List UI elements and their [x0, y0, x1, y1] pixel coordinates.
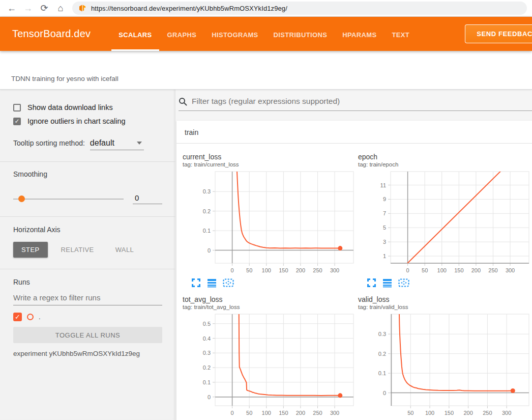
chart-tag: tag: train/valid_loss [358, 304, 532, 311]
expand-chart-icon[interactable] [191, 278, 201, 288]
smoothing-value-input[interactable] [133, 193, 162, 204]
svg-text:150: 150 [279, 410, 288, 416]
svg-text:100: 100 [425, 410, 434, 416]
ignore-outliers-checkbox[interactable]: ✓ [13, 118, 21, 125]
svg-text:0.5: 0.5 [203, 321, 211, 327]
axis-step-button[interactable]: STEP [13, 242, 48, 258]
svg-text:3: 3 [383, 239, 386, 245]
filter-tags-field[interactable] [179, 97, 532, 111]
tooltip-sorting-select[interactable]: default [90, 138, 144, 150]
svg-text:0.3: 0.3 [203, 350, 211, 356]
run-name: . [39, 313, 41, 321]
svg-text:50: 50 [246, 410, 252, 416]
tab-scalars[interactable]: SCALARS [111, 17, 159, 51]
chart-card-epoch: epoch tag: train/epoch 05010015020025030… [358, 153, 532, 288]
svg-text:250: 250 [488, 267, 497, 273]
svg-text:1: 1 [383, 253, 386, 259]
ignore-outliers-row[interactable]: ✓ Ignore outliers in chart scaling [13, 117, 162, 125]
run-checkbox[interactable]: ✓ [13, 313, 22, 321]
svg-text:0: 0 [208, 247, 211, 254]
browser-back-icon[interactable]: ← [5, 2, 18, 15]
chart-title: current_loss [183, 153, 358, 161]
browser-toolbar: ← → ⟳ ⌂ https://tensorboard.dev/experime… [0, 0, 532, 17]
smoothing-slider[interactable] [13, 199, 124, 200]
log-scale-icon[interactable] [207, 278, 217, 288]
svg-text:200: 200 [471, 267, 481, 273]
tab-histograms[interactable]: HISTOGRAMS [204, 17, 265, 51]
svg-text:300: 300 [506, 267, 515, 273]
train-section-card: train current_loss tag: train/current_lo… [176, 121, 532, 420]
svg-text:0.1: 0.1 [203, 379, 211, 385]
browser-reload-icon[interactable]: ⟳ [38, 2, 51, 15]
tensorboard-favicon [78, 4, 86, 12]
run-color-swatch [27, 314, 34, 320]
svg-text:0.2: 0.2 [203, 208, 211, 214]
smoothing-slider-thumb[interactable] [18, 195, 25, 202]
runs-label: Runs [13, 278, 162, 286]
svg-text:0.1: 0.1 [378, 370, 386, 376]
tooltip-sorting-value: default [90, 138, 114, 148]
horizontal-axis-label: Horizontal Axis [13, 226, 162, 234]
svg-text:0.2: 0.2 [378, 351, 386, 357]
browser-forward-icon[interactable]: → [21, 2, 35, 15]
fit-domain-icon[interactable] [398, 278, 409, 288]
svg-text:200: 200 [463, 410, 472, 416]
svg-text:300: 300 [330, 267, 339, 273]
runs-regex-input[interactable] [13, 293, 162, 305]
svg-text:0.4: 0.4 [203, 335, 211, 342]
smoothing-label: Smoothing [13, 170, 162, 178]
experiment-subheader: TDNN training for yesno with icefall [0, 51, 532, 90]
run-row[interactable]: ✓ . [13, 313, 162, 321]
url-text: https://tensorboard.dev/experiment/yKUbh… [91, 5, 287, 12]
send-feedback-button[interactable]: SEND FEEDBACK [465, 24, 532, 43]
tot-avg-loss-plot[interactable]: 05010015020025030000.10.20.30.40.5 [183, 313, 356, 418]
tensorboard-logo[interactable]: TensorBoard.dev [12, 28, 91, 40]
valid-loss-plot[interactable]: 5010015020025030000.10.20.3 [358, 313, 531, 418]
svg-text:0.2: 0.2 [203, 365, 211, 371]
svg-text:250: 250 [313, 410, 322, 416]
browser-home-icon[interactable]: ⌂ [54, 2, 67, 15]
epoch-plot[interactable]: 0501001502002503001357911 [358, 171, 531, 275]
charts-grid: current_loss tag: train/current_loss 050… [176, 144, 532, 420]
chart-title: epoch [358, 153, 532, 161]
expand-chart-icon[interactable] [367, 278, 376, 288]
svg-text:50: 50 [246, 267, 252, 273]
show-download-links-label: Show data download links [27, 103, 113, 111]
address-bar[interactable]: https://tensorboard.dev/experiment/yKUbh… [72, 2, 527, 15]
search-icon [179, 97, 187, 106]
current-loss-plot[interactable]: 05010015020025030000.10.20.3 [183, 171, 356, 275]
svg-text:300: 300 [330, 410, 339, 416]
svg-text:0.1: 0.1 [203, 228, 211, 234]
chart-tag: tag: train/epoch [358, 161, 532, 168]
fit-domain-icon[interactable] [223, 278, 234, 288]
scalars-panel: train current_loss tag: train/current_lo… [175, 90, 532, 420]
axis-relative-button[interactable]: RELATIVE [53, 242, 102, 258]
svg-text:150: 150 [445, 410, 454, 416]
chart-title: valid_loss [358, 295, 532, 303]
svg-text:150: 150 [279, 267, 288, 273]
filter-tags-input[interactable] [192, 97, 532, 106]
svg-text:100: 100 [262, 410, 271, 416]
tab-text[interactable]: TEXT [385, 17, 418, 51]
show-download-links-checkbox[interactable] [13, 104, 21, 111]
axis-wall-button[interactable]: WALL [107, 242, 142, 258]
svg-text:0: 0 [231, 410, 234, 416]
tab-hparams[interactable]: HPARAMS [335, 17, 384, 51]
tab-distributions[interactable]: DISTRIBUTIONS [266, 17, 335, 51]
log-scale-icon[interactable] [382, 278, 392, 288]
svg-text:0: 0 [208, 394, 211, 400]
tooltip-sorting-label: Tooltip sorting method: [13, 139, 85, 147]
show-download-links-row[interactable]: Show data download links [13, 103, 162, 111]
toggle-all-runs-button[interactable]: TOGGLE ALL RUNS [13, 327, 162, 343]
svg-text:100: 100 [262, 267, 271, 273]
svg-text:5: 5 [383, 225, 386, 231]
chart-card-current-loss: current_loss tag: train/current_loss 050… [183, 153, 358, 288]
chart-title: tot_avg_loss [183, 295, 358, 303]
train-section-header[interactable]: train [176, 121, 532, 144]
chart-toolbar [191, 278, 358, 288]
ignore-outliers-label: Ignore outliers in chart scaling [27, 117, 126, 125]
chart-tag: tag: train/tot_avg_loss [183, 304, 358, 311]
svg-text:150: 150 [454, 267, 463, 273]
tab-graphs[interactable]: GRAPHS [160, 17, 204, 51]
experiment-id-label: experiment yKUbhb5wRmOSXYkId1z9eg [13, 350, 162, 357]
